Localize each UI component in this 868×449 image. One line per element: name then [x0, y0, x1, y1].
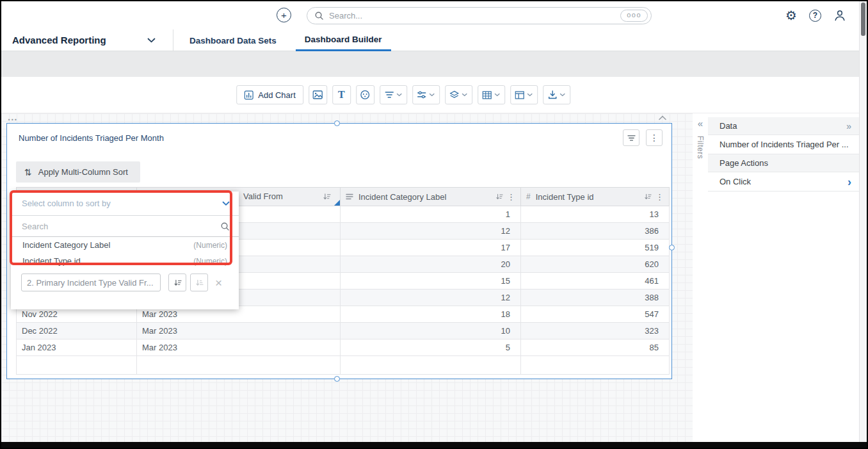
- sliders-icon: [417, 91, 426, 99]
- sort-amount-icon[interactable]: [323, 193, 331, 201]
- resize-handle-right[interactable]: [669, 245, 675, 250]
- sidebar-panel: Data » Number of Incidents Triaged Per .…: [708, 117, 862, 192]
- builder-toolbar-row: Add Chart T: [1, 77, 867, 113]
- option-label: Incident Type id: [22, 256, 81, 266]
- widget-header: Number of Incidents Triaged Per Month ⋮: [7, 124, 671, 152]
- table-cell: 85: [521, 339, 670, 356]
- layout-icon: [515, 91, 524, 99]
- sort-column-select[interactable]: Select column to sort by: [11, 192, 239, 216]
- search-input[interactable]: [329, 11, 620, 20]
- vertical-scrollbar[interactable]: [859, 1, 867, 442]
- table-cell: 519: [521, 240, 670, 256]
- sort-option-incident-type-id[interactable]: Incident Type id (Numeric): [11, 253, 239, 269]
- add-image-button[interactable]: [309, 85, 327, 104]
- bottom-border-bar: [1, 442, 867, 448]
- plus-icon: +: [281, 10, 287, 20]
- table-cell: 5: [341, 339, 521, 356]
- kebab-icon[interactable]: ⋮: [655, 192, 664, 202]
- nav-divider: [173, 29, 173, 51]
- chevron-up-icon[interactable]: [658, 115, 667, 120]
- collapse-left-icon[interactable]: «: [698, 118, 703, 128]
- help-glyph: ?: [813, 11, 817, 20]
- global-search[interactable]: ooo: [307, 7, 652, 24]
- table-cell: 18: [341, 306, 521, 323]
- widget-title: Number of Incidents Triaged Per Month: [19, 133, 164, 143]
- filters-tab[interactable]: Filters: [696, 136, 705, 159]
- sort-descending-button[interactable]: [190, 273, 208, 291]
- remove-sort-rule-button[interactable]: ×: [215, 277, 222, 289]
- data-item-label: Number of Incidents Triaged Per ...: [719, 140, 849, 149]
- on-click-action-item[interactable]: On Click ›: [708, 172, 862, 192]
- text-icon: T: [338, 90, 345, 100]
- table-cell: 12: [341, 223, 521, 240]
- filter-lines-icon: [385, 91, 394, 99]
- sidebar-strip: « Filters: [693, 118, 708, 159]
- filter-lines-icon: [627, 135, 636, 142]
- popover-search-input[interactable]: [22, 222, 220, 231]
- table-row: [17, 356, 670, 375]
- sort-option-incident-category-label[interactable]: Incident Category Label (Numeric): [11, 237, 239, 253]
- user-profile-icon[interactable]: [833, 9, 846, 22]
- table-tool-button[interactable]: [478, 85, 505, 104]
- sort-updown-icon: ⇅: [24, 167, 32, 177]
- tab-dashboard-data-sets[interactable]: Dashboard Data Sets: [181, 29, 285, 51]
- sort-rule-field[interactable]: 2. Primary Incident Type Valid Fr...: [21, 273, 161, 291]
- table-widget[interactable]: Number of Incidents Triaged Per Month ⋮ …: [6, 123, 672, 379]
- chevron-down-icon: [462, 93, 467, 97]
- download-icon: [548, 90, 557, 99]
- column-label: Incident Type id: [536, 192, 594, 202]
- table-cell: 20: [341, 256, 521, 273]
- sort-amount-icon[interactable]: [495, 193, 503, 200]
- module-selector[interactable]: Advanced Reporting: [12, 29, 156, 51]
- scrollbar-thumb[interactable]: [861, 3, 865, 36]
- bar-chart-icon: [244, 90, 253, 100]
- column-label: Incident Category Label: [358, 192, 446, 202]
- page-actions-label: Page Actions: [719, 158, 768, 168]
- chevron-down-icon: [494, 93, 500, 97]
- text-type-icon: [346, 193, 353, 200]
- table-cell: [17, 356, 137, 375]
- help-icon[interactable]: ?: [809, 10, 821, 22]
- table-cell: 12: [341, 290, 521, 306]
- kebab-icon[interactable]: ⋮: [507, 192, 515, 202]
- add-shape-button[interactable]: [356, 85, 374, 104]
- widget-menu-button[interactable]: ⋮: [646, 129, 663, 146]
- column-header-incident-type-id[interactable]: # Incident Type id ⋮: [521, 188, 670, 206]
- apply-multi-column-sort-button[interactable]: ⇅ Apply Multi-Column Sort: [16, 161, 140, 183]
- chevron-down-icon: [147, 38, 156, 43]
- search-options-button[interactable]: ooo: [620, 10, 648, 22]
- sort-ascending-button[interactable]: [168, 273, 186, 291]
- topbar: + ooo ⚙ ?: [1, 1, 867, 29]
- table-cell: 461: [521, 273, 670, 290]
- resize-handle-bottom[interactable]: [334, 376, 340, 382]
- multi-column-sort-popover: Select column to sort by Incident Catego…: [11, 192, 239, 309]
- table-row: Dec 2022Mar 202310323: [17, 323, 670, 339]
- slicer-tool-button[interactable]: [412, 85, 440, 104]
- filter-tool-button[interactable]: [380, 85, 407, 104]
- table-cell: [137, 356, 341, 375]
- create-button[interactable]: +: [277, 8, 291, 22]
- expand-icon[interactable]: »: [846, 121, 851, 131]
- page-actions-header: Page Actions: [708, 154, 862, 172]
- module-navbar: Advanced Reporting Dashboard Data Sets D…: [1, 29, 867, 51]
- column-header-incident-category-label[interactable]: Incident Category Label ⋮: [341, 188, 521, 206]
- sort-amount-icon[interactable]: [644, 193, 652, 200]
- data-item-dataset[interactable]: Number of Incidents Triaged Per ...: [708, 135, 862, 154]
- add-text-button[interactable]: T: [332, 85, 351, 104]
- table-cell: Mar 2023: [137, 339, 341, 356]
- add-chart-button[interactable]: Add Chart: [236, 85, 303, 104]
- layout-tool-button[interactable]: [510, 85, 538, 104]
- settings-gear-icon[interactable]: ⚙: [785, 9, 797, 22]
- data-section-header[interactable]: Data »: [708, 117, 862, 135]
- dashboard-canvas[interactable]: ... Number of Incidents Triaged Per Mont…: [1, 113, 693, 443]
- canvas-overflow-icon[interactable]: ...: [8, 111, 18, 122]
- table-grid-icon: [482, 91, 492, 99]
- layers-tool-button[interactable]: [445, 85, 472, 104]
- widget-filter-button[interactable]: [623, 129, 639, 146]
- table-cell: Mar 2023: [137, 323, 341, 339]
- chevron-down-icon: [527, 93, 533, 97]
- image-icon: [312, 90, 323, 99]
- export-button[interactable]: [543, 85, 570, 104]
- resize-handle-top[interactable]: [334, 120, 340, 126]
- tab-dashboard-builder[interactable]: Dashboard Builder: [296, 29, 391, 51]
